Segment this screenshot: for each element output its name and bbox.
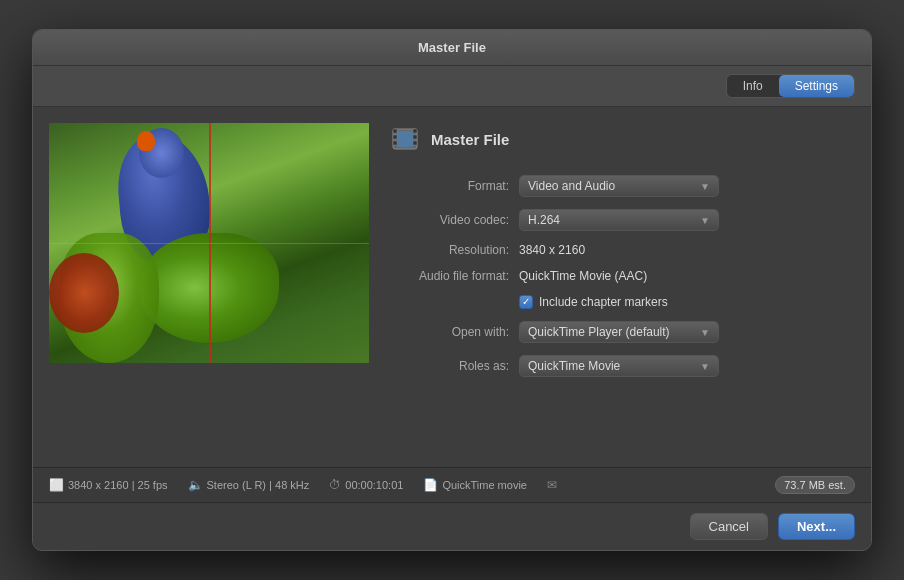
duration-status: ⏱ 00:00:10:01	[329, 478, 403, 492]
open-with-row: Open with: QuickTime Player (default) ▼	[389, 321, 855, 343]
master-file-dialog: Master File Info Settings	[32, 29, 872, 551]
open-with-dropdown[interactable]: QuickTime Player (default) ▼	[519, 321, 719, 343]
status-bar: ⬜ 3840 x 2160 | 25 fps 🔈 Stereo (L R) | …	[33, 467, 871, 502]
email-icon-status: ✉	[547, 478, 557, 492]
checkbox-check-icon: ✓	[522, 297, 530, 307]
filetype-status: 📄 QuickTime movie	[423, 478, 527, 492]
format-dropdown-arrow: ▼	[700, 181, 710, 192]
master-file-header: Master File	[389, 123, 855, 155]
open-with-value: QuickTime Player (default)	[528, 325, 696, 339]
next-button[interactable]: Next...	[778, 513, 855, 540]
audio-format-value: QuickTime Movie (AAC)	[519, 269, 647, 283]
crosshair	[49, 243, 369, 244]
chapter-markers-label: Include chapter markers	[539, 295, 668, 309]
file-icon: 📄	[423, 478, 438, 492]
cancel-button[interactable]: Cancel	[690, 513, 768, 540]
resolution-row: Resolution: 3840 x 2160	[389, 243, 855, 257]
resolution-value: 3840 x 2160	[519, 243, 585, 257]
svg-rect-3	[393, 141, 397, 145]
video-codec-dropdown-arrow: ▼	[700, 215, 710, 226]
video-codec-label: Video codec:	[389, 213, 519, 227]
format-row: Format: Video and Audio ▼	[389, 175, 855, 197]
film-strip-icon	[389, 123, 421, 155]
roles-as-label: Roles as:	[389, 359, 519, 373]
settings-panel: Master File Format: Video and Audio ▼ Vi…	[389, 123, 855, 451]
video-preview	[49, 123, 369, 363]
content-area: Master File Format: Video and Audio ▼ Vi…	[33, 107, 871, 467]
bird-red	[49, 253, 119, 333]
roles-as-dropdown[interactable]: QuickTime Movie ▼	[519, 355, 719, 377]
status-duration: 00:00:10:01	[345, 479, 403, 491]
settings-tab[interactable]: Settings	[779, 75, 854, 97]
open-with-dropdown-arrow: ▼	[700, 327, 710, 338]
video-codec-value: H.264	[528, 213, 696, 227]
segmented-control: Info Settings	[726, 74, 855, 98]
speaker-icon: 🔈	[188, 478, 203, 492]
dialog-title: Master File	[418, 40, 486, 55]
audio-status: 🔈 Stereo (L R) | 48 kHz	[188, 478, 310, 492]
svg-rect-2	[393, 135, 397, 139]
button-bar: Cancel Next...	[33, 502, 871, 550]
status-audio: Stereo (L R) | 48 kHz	[207, 479, 310, 491]
file-size-badge: 73.7 MB est.	[775, 476, 855, 494]
roles-as-row: Roles as: QuickTime Movie ▼	[389, 355, 855, 377]
monitor-icon: ⬜	[49, 478, 64, 492]
preview-panel	[49, 123, 369, 451]
info-tab[interactable]: Info	[727, 75, 779, 97]
status-resolution: 3840 x 2160 | 25 fps	[68, 479, 168, 491]
video-codec-row: Video codec: H.264 ▼	[389, 209, 855, 231]
svg-rect-4	[413, 129, 417, 133]
status-filetype: QuickTime movie	[442, 479, 527, 491]
toolbar: Info Settings	[33, 66, 871, 107]
format-label: Format:	[389, 179, 519, 193]
roles-as-dropdown-arrow: ▼	[700, 361, 710, 372]
video-frame	[49, 123, 369, 363]
svg-rect-6	[413, 141, 417, 145]
audio-format-row: Audio file format: QuickTime Movie (AAC)	[389, 269, 855, 283]
format-value: Video and Audio	[528, 179, 696, 193]
svg-rect-5	[413, 135, 417, 139]
share-icon: ✉	[547, 478, 557, 492]
open-with-label: Open with:	[389, 325, 519, 339]
chapter-markers-group: ✓ Include chapter markers	[519, 295, 668, 309]
svg-rect-7	[397, 131, 413, 147]
master-file-title: Master File	[431, 131, 509, 148]
audio-format-label: Audio file format:	[389, 269, 519, 283]
svg-rect-1	[393, 129, 397, 133]
clock-icon: ⏱	[329, 478, 341, 492]
chapter-markers-checkbox[interactable]: ✓	[519, 295, 533, 309]
video-codec-dropdown[interactable]: H.264 ▼	[519, 209, 719, 231]
bird-beak	[137, 131, 155, 151]
resolution-label: Resolution:	[389, 243, 519, 257]
resolution-status: ⬜ 3840 x 2160 | 25 fps	[49, 478, 168, 492]
roles-as-value: QuickTime Movie	[528, 359, 696, 373]
title-bar: Master File	[33, 30, 871, 66]
chapter-markers-row: ✓ Include chapter markers	[389, 295, 855, 309]
format-dropdown[interactable]: Video and Audio ▼	[519, 175, 719, 197]
form-rows: Format: Video and Audio ▼ Video codec: H…	[389, 175, 855, 377]
